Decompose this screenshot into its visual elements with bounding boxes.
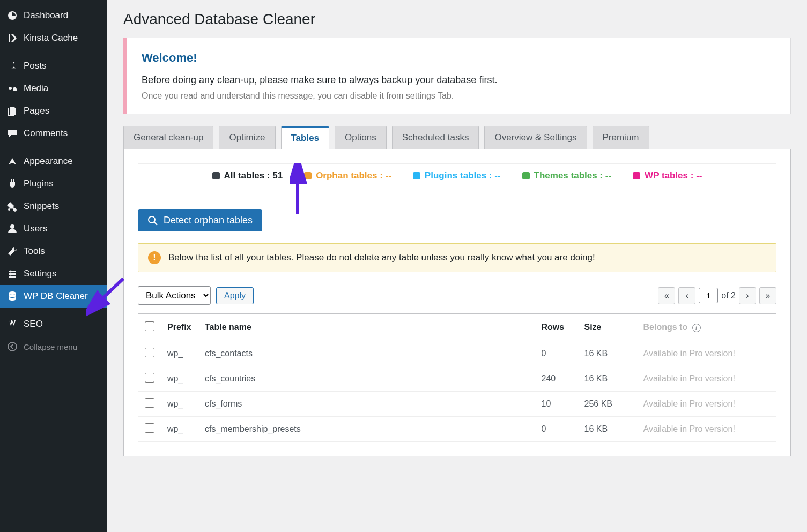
tab-general-cleanup[interactable]: General clean-up <box>123 126 213 149</box>
svg-point-1 <box>10 224 14 229</box>
tab-options[interactable]: Options <box>335 126 387 149</box>
svg-point-5 <box>10 271 12 273</box>
admin-sidebar: Dashboard Kinsta Cache Posts Media Pages… <box>0 0 107 532</box>
filter-wp-tables[interactable]: WP tables : -- <box>633 170 702 181</box>
filter-plugins-tables[interactable]: Plugins tables : -- <box>413 170 501 181</box>
th-size[interactable]: Size <box>578 314 637 341</box>
sidebar-item-comments[interactable]: Comments <box>0 122 107 145</box>
row-checkbox[interactable] <box>145 373 154 383</box>
svg-point-8 <box>9 291 16 295</box>
sidebar-item-media[interactable]: Media <box>0 77 107 100</box>
sidebar-label: Snippets <box>24 201 59 212</box>
dashboard-icon <box>6 10 18 21</box>
filter-label: All tables : 51 <box>224 170 283 181</box>
row-checkbox[interactable] <box>145 398 154 408</box>
cell-prefix: wp_ <box>161 417 198 442</box>
sidebar-item-appearance[interactable]: Appearance <box>0 150 107 173</box>
sidebar-label: Dashboard <box>24 10 68 21</box>
welcome-box: Welcome! Before doing any clean-up, plea… <box>123 38 791 114</box>
filter-label: Orphan tables : -- <box>316 170 391 181</box>
filter-themes-tables[interactable]: Themes tables : -- <box>522 170 612 181</box>
filter-orphan-tables[interactable]: Orphan tables : -- <box>304 170 391 181</box>
seo-icon <box>6 318 18 330</box>
cell-size: 256 KB <box>578 392 637 417</box>
square-icon <box>522 172 530 179</box>
page-next-button[interactable]: › <box>739 287 756 304</box>
sidebar-item-snippets[interactable]: Snippets <box>0 195 107 218</box>
filter-label: Plugins tables : -- <box>425 170 501 181</box>
th-name[interactable]: Table name <box>198 314 535 341</box>
tab-overview-settings[interactable]: Overview & Settings <box>484 126 587 149</box>
warning-icon: ! <box>148 251 161 264</box>
cell-rows: 0 <box>535 341 578 366</box>
sidebar-label: Media <box>24 83 48 94</box>
apply-button[interactable]: Apply <box>216 287 254 304</box>
page-of-text: of 2 <box>721 291 736 301</box>
cell-size: 16 KB <box>578 417 637 442</box>
pagination: « ‹ of 2 › » <box>658 287 776 304</box>
comments-icon <box>6 128 18 139</box>
sidebar-label: Pages <box>24 106 49 116</box>
sidebar-item-wpdbcleaner[interactable]: WP DB Cleaner <box>0 285 107 308</box>
welcome-heading: Welcome! <box>142 51 775 65</box>
tab-optimize[interactable]: Optimize <box>219 126 275 149</box>
sidebar-label: Tools <box>24 246 45 257</box>
select-all-checkbox[interactable] <box>145 321 154 331</box>
sidebar-item-tools[interactable]: Tools <box>0 240 107 263</box>
row-checkbox[interactable] <box>145 423 154 433</box>
info-icon: i <box>692 324 701 332</box>
sidebar-collapse[interactable]: Collapse menu <box>0 335 107 358</box>
tools-icon <box>6 245 18 257</box>
sidebar-label: SEO <box>24 319 43 329</box>
snippets-icon <box>6 200 18 212</box>
page-first-button[interactable]: « <box>658 287 675 304</box>
th-prefix[interactable]: Prefix <box>161 314 198 341</box>
sidebar-item-kinsta[interactable]: Kinsta Cache <box>0 27 107 49</box>
pages-icon <box>6 105 18 117</box>
page-last-button[interactable]: » <box>759 287 776 304</box>
filter-all-tables[interactable]: All tables : 51 <box>212 170 283 181</box>
tab-scheduled-tasks[interactable]: Scheduled tasks <box>392 126 479 149</box>
tab-tables[interactable]: Tables <box>281 126 330 149</box>
sidebar-item-pages[interactable]: Pages <box>0 100 107 122</box>
detect-btn-label: Detect orphan tables <box>164 215 253 226</box>
cell-rows: 240 <box>535 366 578 392</box>
th-rows[interactable]: Rows <box>535 314 578 341</box>
detect-orphan-button[interactable]: Detect orphan tables <box>138 209 262 231</box>
actions-row: Bulk Actions Apply « ‹ of 2 › » <box>138 286 776 305</box>
sidebar-label: Comments <box>24 128 68 139</box>
sidebar-item-plugins[interactable]: Plugins <box>0 173 107 195</box>
sidebar-item-posts[interactable]: Posts <box>0 55 107 77</box>
sidebar-label: Users <box>24 223 47 234</box>
cell-rows: 0 <box>535 417 578 442</box>
cell-name: cfs_forms <box>198 392 535 417</box>
sidebar-item-seo[interactable]: SEO <box>0 313 107 335</box>
tables-table: Prefix Table name Rows Size Belongs to i… <box>138 313 776 442</box>
page-current-input[interactable] <box>699 288 718 303</box>
cell-prefix: wp_ <box>161 366 198 392</box>
appearance-icon <box>6 155 18 167</box>
sidebar-label: Appearance <box>24 156 73 167</box>
tab-premium[interactable]: Premium <box>593 126 649 149</box>
square-icon <box>212 172 220 179</box>
plugins-icon <box>6 178 18 190</box>
page-prev-button[interactable]: ‹ <box>678 287 695 304</box>
settings-icon <box>6 268 18 280</box>
sidebar-item-settings[interactable]: Settings <box>0 263 107 285</box>
svg-point-10 <box>149 216 155 223</box>
table-header-row: Prefix Table name Rows Size Belongs to i <box>138 314 776 341</box>
cell-belongs: Available in Pro version! <box>637 417 776 442</box>
cell-belongs: Available in Pro version! <box>637 366 776 392</box>
row-checkbox[interactable] <box>145 348 154 357</box>
tab-bar: General clean-up Optimize Tables Options… <box>123 126 791 149</box>
sidebar-label: Kinsta Cache <box>24 33 78 43</box>
kinsta-icon <box>6 32 18 44</box>
cell-belongs: Available in Pro version! <box>637 392 776 417</box>
bulk-actions-select[interactable]: Bulk Actions <box>138 286 211 305</box>
sidebar-item-dashboard[interactable]: Dashboard <box>0 4 107 27</box>
sidebar-label: Posts <box>24 61 47 71</box>
welcome-msg1: Before doing any clean-up, please make s… <box>142 74 775 86</box>
th-belongs[interactable]: Belongs to i <box>637 314 776 341</box>
filter-label: WP tables : -- <box>645 170 702 181</box>
sidebar-item-users[interactable]: Users <box>0 218 107 240</box>
